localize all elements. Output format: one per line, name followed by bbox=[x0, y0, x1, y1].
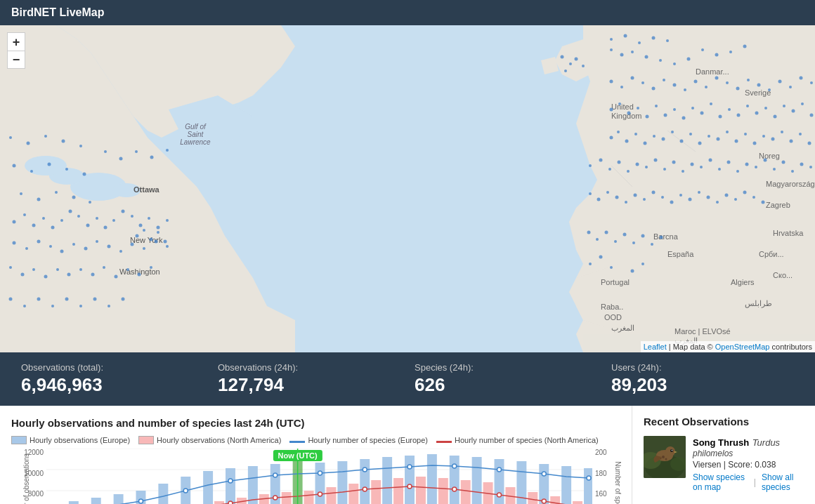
svg-point-251 bbox=[37, 298, 41, 301]
svg-point-57 bbox=[641, 81, 644, 84]
svg-point-214 bbox=[44, 275, 48, 279]
svg-point-257 bbox=[122, 298, 125, 301]
svg-rect-277 bbox=[360, 459, 370, 504]
svg-point-38 bbox=[610, 38, 613, 41]
svg-point-104 bbox=[671, 131, 674, 133]
svg-point-217 bbox=[79, 268, 82, 271]
svg-point-239 bbox=[13, 164, 16, 168]
svg-point-129 bbox=[672, 161, 676, 164]
legend-na-species-box bbox=[436, 441, 452, 443]
svg-rect-268 bbox=[158, 484, 168, 504]
svg-point-153 bbox=[661, 196, 664, 199]
svg-point-62 bbox=[694, 80, 698, 84]
svg-point-172 bbox=[651, 243, 653, 246]
svg-point-316 bbox=[228, 479, 233, 483]
svg-point-242 bbox=[65, 168, 68, 171]
svg-point-195 bbox=[157, 226, 160, 230]
svg-point-65 bbox=[726, 81, 729, 84]
legend-na-obs-label: Hourly observations (North America) bbox=[157, 436, 281, 444]
svg-point-197 bbox=[13, 241, 16, 245]
show-species-map-link[interactable]: Show species on map bbox=[693, 472, 748, 492]
svg-point-93 bbox=[783, 105, 785, 107]
legend-europe-obs-box bbox=[11, 436, 27, 444]
leaflet-link[interactable]: Leaflet bbox=[644, 343, 667, 351]
svg-point-3 bbox=[25, 156, 67, 175]
svg-point-92 bbox=[774, 115, 777, 119]
svg-point-72 bbox=[800, 77, 803, 80]
svg-point-111 bbox=[735, 140, 738, 143]
svg-point-83 bbox=[691, 107, 694, 110]
svg-point-346 bbox=[665, 458, 667, 460]
svg-point-329 bbox=[228, 501, 233, 504]
svg-point-166 bbox=[596, 238, 599, 241]
legend-europe-obs-label: Hourly observations (Europe) bbox=[30, 436, 130, 444]
svg-point-42 bbox=[666, 39, 669, 42]
recent-observations-panel: Recent Observations bbox=[632, 406, 815, 504]
svg-point-243 bbox=[83, 173, 86, 176]
obs-location-score: Viersen | Score: 0.038 bbox=[693, 460, 804, 470]
legend-europe-species: Hourly number of species (Europe) bbox=[289, 436, 428, 444]
svg-point-186 bbox=[77, 215, 80, 218]
svg-point-36 bbox=[575, 58, 578, 61]
svg-point-324 bbox=[587, 476, 591, 480]
svg-rect-303 bbox=[393, 478, 403, 504]
svg-point-227 bbox=[157, 231, 159, 234]
map-attribution: Leaflet | Map data © OpenStreetMap contr… bbox=[641, 341, 815, 352]
legend-europe-species-label: Hourly number of species (Europe) bbox=[308, 436, 428, 444]
svg-rect-299 bbox=[304, 491, 314, 504]
legend-europe-species-box bbox=[289, 441, 305, 443]
svg-point-164 bbox=[762, 201, 765, 204]
svg-point-146 bbox=[597, 198, 601, 201]
chart-legend: Hourly observations (Europe) Hourly obse… bbox=[11, 436, 620, 444]
svg-point-177 bbox=[631, 270, 634, 273]
svg-rect-309 bbox=[528, 492, 537, 504]
show-all-species-link[interactable]: Show all species bbox=[762, 472, 804, 492]
svg-point-120 bbox=[589, 164, 592, 167]
svg-text:Barcna: Barcna bbox=[653, 232, 679, 241]
stat-species-label: Species (24h): bbox=[415, 362, 597, 373]
svg-text:Hrvatska: Hrvatska bbox=[773, 229, 804, 237]
svg-point-152 bbox=[652, 191, 656, 194]
svg-point-85 bbox=[710, 102, 712, 105]
svg-point-253 bbox=[65, 298, 69, 301]
stat-24h-obs: Observations (24h): 127,794 bbox=[211, 359, 408, 399]
svg-point-43 bbox=[610, 48, 613, 51]
svg-rect-300 bbox=[326, 487, 336, 504]
svg-point-241 bbox=[48, 163, 51, 166]
svg-point-118 bbox=[799, 133, 802, 135]
svg-point-39 bbox=[624, 34, 627, 38]
svg-point-215 bbox=[56, 268, 59, 271]
svg-point-245 bbox=[119, 157, 123, 161]
svg-text:Ско...: Ско... bbox=[773, 271, 793, 279]
svg-point-322 bbox=[497, 467, 502, 472]
svg-point-175 bbox=[599, 256, 603, 259]
svg-point-80 bbox=[664, 114, 667, 117]
svg-text:Zagreb: Zagreb bbox=[766, 201, 790, 209]
svg-point-315 bbox=[183, 489, 188, 493]
zoom-out-button[interactable]: − bbox=[7, 51, 25, 69]
svg-rect-276 bbox=[337, 461, 347, 504]
svg-point-187 bbox=[86, 224, 90, 227]
chart-area: Hourly observations and number of specie… bbox=[0, 406, 632, 504]
svg-point-159 bbox=[716, 201, 719, 204]
svg-point-240 bbox=[30, 170, 33, 173]
svg-point-320 bbox=[408, 465, 412, 469]
svg-point-333 bbox=[408, 484, 412, 489]
svg-point-150 bbox=[634, 194, 637, 197]
zoom-in-button[interactable]: + bbox=[7, 32, 25, 51]
svg-point-246 bbox=[135, 150, 138, 153]
svg-point-234 bbox=[9, 136, 12, 139]
osm-link[interactable]: OpenStreetMap bbox=[715, 343, 770, 351]
svg-point-53 bbox=[743, 45, 747, 48]
obs-common-name: Song Thrush Turdus bbox=[693, 436, 804, 449]
svg-point-171 bbox=[641, 234, 645, 238]
svg-point-198 bbox=[25, 247, 28, 250]
svg-point-95 bbox=[801, 102, 804, 105]
svg-text:Portugal: Portugal bbox=[601, 278, 630, 286]
svg-point-87 bbox=[728, 108, 731, 111]
svg-point-224 bbox=[136, 234, 139, 238]
svg-rect-301 bbox=[348, 484, 358, 504]
svg-point-60 bbox=[673, 84, 677, 87]
map-controls: + − bbox=[7, 32, 25, 69]
svg-point-94 bbox=[792, 110, 795, 113]
